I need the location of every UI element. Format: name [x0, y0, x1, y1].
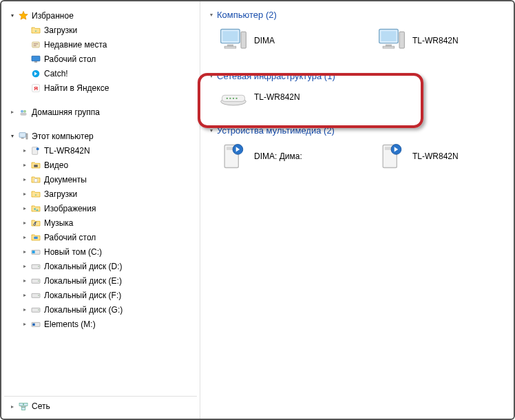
- tree-item-label: Новый том (C:): [44, 246, 102, 258]
- router-icon: [217, 85, 250, 109]
- svg-point-23: [38, 266, 39, 266]
- chevron-right-icon[interactable]: ▸: [21, 176, 29, 184]
- svg-rect-12: [26, 134, 28, 139]
- yandex-icon: Я: [30, 83, 41, 94]
- device-router[interactable]: TL-WR842N: [217, 85, 375, 109]
- thispc-item-drive-f[interactable]: ▸ Локальный диск (F:): [4, 288, 197, 302]
- thispc-item-downloads[interactable]: ▸ Загрузки: [4, 187, 197, 201]
- device-computer-dima[interactable]: DIMA: [217, 24, 375, 57]
- thispc-header[interactable]: ▾ Этот компьютер: [4, 129, 197, 143]
- chevron-right-icon[interactable]: ▸: [21, 291, 29, 300]
- section-title: Сетевая инфраструктура (1): [217, 71, 335, 81]
- thispc-item-drive-e[interactable]: ▸ Локальный диск (E:): [4, 273, 197, 288]
- device-label: TL-WR842N: [254, 92, 300, 102]
- svg-rect-39: [241, 32, 246, 48]
- tree-item-label: Видео: [44, 160, 68, 171]
- chevron-right-icon[interactable]: ▸: [21, 248, 29, 256]
- section-header-network-infra[interactable]: ▾ Сетевая инфраструктура (1): [207, 71, 509, 81]
- tree-item-label: Документы: [44, 174, 87, 185]
- chevron-right-icon[interactable]: ▸: [21, 219, 29, 227]
- navigation-pane: ▾ Избранное ▸ Загрузки ▸: [1, 1, 200, 419]
- thispc-item-music[interactable]: ▸ Музыка: [4, 216, 197, 230]
- device-label: DIMA: Дима:: [254, 151, 302, 161]
- section-header-multimedia[interactable]: ▾ Устройства мультимедиа (2): [207, 125, 509, 136]
- tree-item-label: Локальный диск (E:): [44, 275, 122, 286]
- chevron-right-icon[interactable]: ▸: [21, 204, 29, 213]
- svg-rect-4: [34, 61, 37, 62]
- chevron-right-icon[interactable]: ▸: [8, 402, 17, 410]
- chevron-right-icon[interactable]: ▸: [21, 161, 29, 169]
- folder-desktop-icon: [30, 232, 41, 243]
- computer-icon: [18, 131, 29, 142]
- favorites-item-yandex[interactable]: ▸ Я Найти в Яндексе: [4, 81, 197, 95]
- device-computer-router[interactable]: TL-WR842N: [375, 24, 499, 57]
- thispc-item-drive-d[interactable]: ▸ Локальный диск (D:): [4, 259, 197, 273]
- tree-item-label: Локальный диск (G:): [44, 304, 123, 315]
- chevron-right-icon[interactable]: ▸: [21, 320, 29, 328]
- media-device-icon: [375, 140, 408, 173]
- chevron-right-icon[interactable]: ▸: [21, 262, 29, 271]
- svg-point-25: [38, 280, 39, 281]
- chevron-right-icon[interactable]: ▸: [21, 277, 29, 285]
- network-label: Сеть: [32, 401, 50, 412]
- chevron-down-icon[interactable]: ▾: [207, 72, 216, 81]
- chevron-down-icon[interactable]: ▾: [207, 127, 216, 135]
- svg-rect-11: [19, 132, 25, 137]
- svg-rect-19: [34, 236, 37, 238]
- content-pane: ▾ Компьютер (2) DIMA TL-WR842N ▾ Сетевая…: [200, 1, 514, 419]
- svg-point-15: [36, 147, 39, 150]
- svg-rect-33: [24, 403, 28, 406]
- folder-download-icon: [30, 189, 41, 200]
- tree-item-label: Catch!: [44, 68, 68, 79]
- device-media-router[interactable]: TL-WR842N: [375, 140, 499, 173]
- desktop-icon: [30, 54, 41, 65]
- section-title: Устройства мультимедиа (2): [217, 125, 335, 136]
- thispc-item-desktop[interactable]: ▸ Рабочий стол: [4, 230, 197, 244]
- favorites-item-recent[interactable]: ▸ Недавние места: [4, 37, 197, 52]
- homegroup-label: Домашняя группа: [32, 107, 100, 118]
- chevron-right-icon[interactable]: ▸: [21, 147, 29, 155]
- svg-point-50: [235, 98, 237, 99]
- chevron-right-icon[interactable]: ▸: [21, 233, 29, 242]
- svg-rect-13: [21, 138, 24, 138]
- computer-icon: [217, 24, 250, 57]
- svg-point-47: [227, 98, 228, 99]
- favorites-item-catch[interactable]: ▸ Catch!: [4, 66, 197, 81]
- svg-rect-21: [32, 251, 35, 253]
- chevron-down-icon[interactable]: ▾: [8, 12, 17, 20]
- chevron-right-icon[interactable]: ▸: [21, 306, 29, 314]
- chevron-right-icon[interactable]: ▸: [21, 190, 29, 198]
- folder-documents-icon: [30, 174, 41, 185]
- network-icon: [18, 401, 29, 412]
- thispc-item-drive-c[interactable]: ▸ Новый том (C:): [4, 244, 197, 259]
- svg-rect-10: [20, 112, 26, 115]
- favorites-item-desktop[interactable]: ▸ Рабочий стол: [4, 52, 197, 66]
- folder-videos-icon: [30, 160, 41, 171]
- network-header[interactable]: ▸ Сеть: [4, 396, 197, 416]
- svg-rect-1: [34, 43, 39, 44]
- thispc-item-drive-g[interactable]: ▸ Локальный диск (G:): [4, 302, 197, 317]
- thispc-item-drive-m[interactable]: ▸ Elements (M:): [4, 317, 197, 331]
- folder-music-icon: [30, 218, 41, 229]
- tree-item-label: TL-WR842N: [44, 145, 90, 156]
- thispc-item-videos[interactable]: ▸ Видео: [4, 158, 197, 172]
- drive-windows-icon: [30, 246, 41, 258]
- favorites-item-downloads[interactable]: ▸ Загрузки: [4, 23, 197, 37]
- chevron-right-icon[interactable]: ▸: [8, 108, 17, 116]
- homegroup-header[interactable]: ▸ Домашняя группа: [4, 105, 197, 119]
- drive-external-icon: [30, 319, 41, 330]
- device-media-dima[interactable]: DIMA: Дима:: [217, 140, 375, 173]
- thispc-item-router[interactable]: ▸ TL-WR842N: [4, 143, 197, 158]
- svg-rect-16: [34, 165, 37, 167]
- favorites-header[interactable]: ▾ Избранное: [4, 8, 197, 23]
- thispc-item-documents[interactable]: ▸ Документы: [4, 172, 197, 187]
- folder-pictures-icon: [30, 203, 41, 214]
- chevron-down-icon[interactable]: ▾: [8, 132, 17, 140]
- svg-point-27: [38, 295, 39, 295]
- tree-item-label: Изображения: [44, 203, 96, 214]
- drive-icon: [30, 261, 41, 272]
- chevron-down-icon[interactable]: ▾: [207, 11, 216, 19]
- thispc-item-pictures[interactable]: ▸ Изображения: [4, 201, 197, 216]
- drive-icon: [30, 290, 41, 301]
- section-header-computer[interactable]: ▾ Компьютер (2): [207, 10, 509, 20]
